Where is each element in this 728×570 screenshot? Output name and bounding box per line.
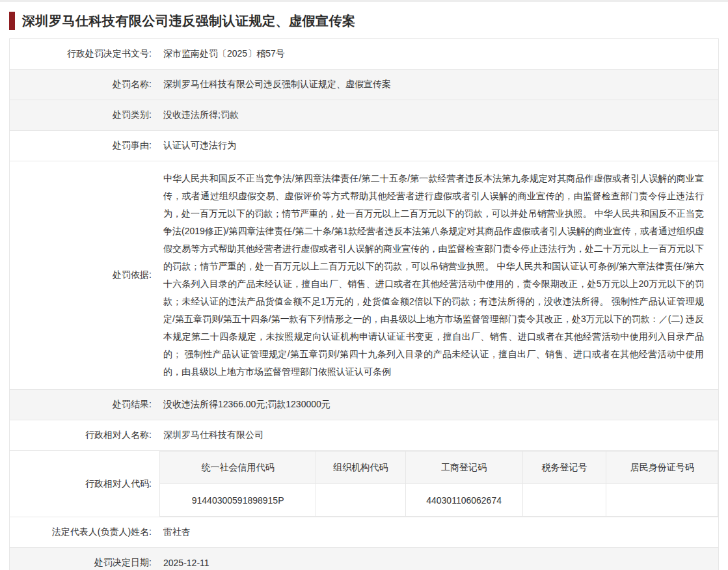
penalty-detail-table: 行政处罚决定书文号: 深市监南处罚〔2025〕稽57号 处罚名称: 深圳罗马仕科… (9, 38, 719, 570)
party-codes-value-row: 91440300591898915P 440301106062674 (160, 484, 718, 517)
row-penalty-result: 处罚结果: 没收违法所得12366.00元;罚款1230000元 (10, 390, 718, 420)
row-party-name: 行政相对人名称: 深圳罗马仕科技有限公司 (10, 420, 718, 451)
codes-header-id-number: 居民身份证号码 (606, 452, 718, 484)
field-label-penalty-category: 处罚类别: (10, 100, 159, 130)
codes-value-credit-code: 91440300591898915P (160, 484, 316, 517)
codes-header-credit-code: 统一社会信用代码 (160, 452, 316, 484)
codes-value-business-reg-code: 440301106062674 (405, 484, 522, 517)
row-doc-number: 行政处罚决定书文号: 深市监南处罚〔2025〕稽57号 (10, 39, 718, 70)
field-value-penalty-reason: 认证认可违法行为 (159, 131, 718, 161)
page-title: 深圳罗马仕科技有限公司违反强制认证规定、虚假宣传案 (22, 12, 356, 30)
field-label-penalty-basis: 处罚依据: (10, 161, 159, 389)
codes-header-tax-reg-code: 税务登记号 (522, 452, 606, 484)
codes-value-org-code (316, 484, 405, 517)
field-label-penalty-result: 处罚结果: (10, 390, 159, 420)
codes-header-business-reg-code: 工商登记码 (405, 452, 522, 484)
field-value-decision-date: 2025-12-11 (159, 548, 718, 570)
row-party-codes: 行政相对人代码: 统一社会信用代码 组织机构代码 工商登记码 税务登记号 居民身… (10, 451, 718, 517)
field-label-party-codes: 行政相对人代码: (10, 451, 159, 517)
field-value-penalty-category: 没收违法所得;罚款 (159, 100, 718, 130)
field-label-penalty-reason: 处罚事由: (10, 131, 159, 161)
party-codes-header-row: 统一社会信用代码 组织机构代码 工商登记码 税务登记号 居民身份证号码 (160, 452, 718, 484)
row-penalty-category: 处罚类别: 没收违法所得;罚款 (10, 100, 718, 131)
field-value-party-name: 深圳罗马仕科技有限公司 (159, 420, 718, 450)
field-label-legal-representative: 法定代表人(负责人)姓名: (10, 517, 159, 547)
field-label-penalty-name: 处罚名称: (10, 70, 159, 100)
row-decision-date: 处罚决定日期: 2025-12-11 (10, 548, 718, 570)
row-penalty-basis: 处罚依据: 中华人民共和国反不正当竞争法/第四章法律责任/第二十五条/第一款经营… (10, 161, 718, 390)
codes-value-id-number (606, 484, 718, 517)
field-label-party-name: 行政相对人名称: (10, 420, 159, 450)
field-value-penalty-basis: 中华人民共和国反不正当竞争法/第四章法律责任/第二十五条/第一款经营者违反本法第… (159, 161, 718, 389)
codes-value-tax-reg-code (522, 484, 606, 517)
field-value-legal-representative: 雷社杏 (159, 517, 718, 547)
codes-header-org-code: 组织机构代码 (316, 452, 405, 484)
title-accent-bar (9, 12, 15, 30)
row-penalty-reason: 处罚事由: 认证认可违法行为 (10, 131, 718, 161)
party-codes-area: 统一社会信用代码 组织机构代码 工商登记码 税务登记号 居民身份证号码 9144… (159, 451, 718, 517)
party-codes-table: 统一社会信用代码 组织机构代码 工商登记码 税务登记号 居民身份证号码 9144… (159, 451, 718, 517)
field-label-decision-date: 处罚决定日期: (10, 548, 159, 570)
row-penalty-name: 处罚名称: 深圳罗马仕科技有限公司违反强制认证规定、虚假宣传案 (10, 70, 718, 100)
field-value-penalty-name: 深圳罗马仕科技有限公司违反强制认证规定、虚假宣传案 (159, 70, 718, 100)
field-value-penalty-result: 没收违法所得12366.00元;罚款1230000元 (159, 390, 718, 420)
field-label-doc-number: 行政处罚决定书文号: (10, 39, 159, 69)
page-header: 深圳罗马仕科技有限公司违反强制认证规定、虚假宣传案 (0, 2, 728, 38)
field-value-doc-number: 深市监南处罚〔2025〕稽57号 (159, 39, 718, 69)
row-legal-representative: 法定代表人(负责人)姓名: 雷社杏 (10, 517, 718, 548)
